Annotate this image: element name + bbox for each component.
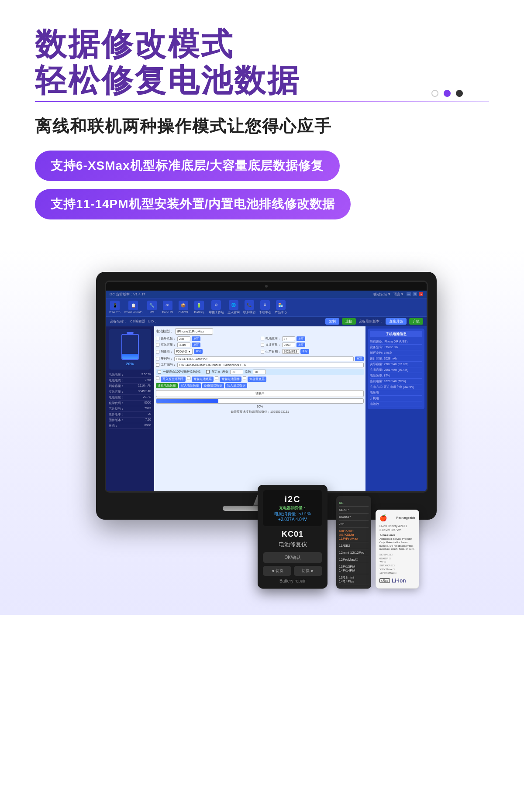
sw-prod-date-value[interactable]: 2021/8/19 xyxy=(282,349,299,354)
sw-one-key-checkbox[interactable] xyxy=(158,370,161,373)
sw-manufacture-checkbox[interactable] xyxy=(156,350,159,353)
kc01-voltage: 电流消费量: 5.01% xyxy=(267,511,318,517)
sw-right-voltage: 电压电 xyxy=(370,390,422,396)
sw-tool-contact-icon: 📞 xyxy=(245,300,254,310)
sw-tool-weld[interactable]: ⚙ 焊接工作站 xyxy=(209,300,224,315)
compat-item-se8p: SE/8P xyxy=(339,507,369,514)
sw-chem-row: 化学代码： 0000 xyxy=(109,401,151,406)
sw-design-checkbox[interactable] xyxy=(261,343,264,346)
sw-serial-checkbox[interactable] xyxy=(156,357,159,360)
sw-actual-cap-label: 实际容量： xyxy=(109,390,124,394)
sw-tool-p14pro[interactable]: 📱 P14 Pro xyxy=(109,301,121,314)
sw-tool-i6s[interactable]: 🔧 i6S xyxy=(146,301,158,314)
kc01-device: i2C 充电器消费量： 电流消费量: 5.01% +2.037A 4.04V K… xyxy=(258,485,328,589)
sw-connect-btn[interactable]: 连接 xyxy=(342,318,356,325)
sw-firmware-checkbox[interactable] xyxy=(215,377,218,380)
sw-backup-floor-btn[interactable]: 备份底层数据 xyxy=(202,383,224,388)
sw-close[interactable]: ✕ xyxy=(419,292,423,296)
apple-logo-icon: 🍎 xyxy=(379,514,387,521)
spec-line1: Rechargeable xyxy=(396,516,415,519)
sw-manufacture-value[interactable]: F5D语音▼ xyxy=(174,349,193,355)
sw-tool-cbox-icon: 📦 xyxy=(179,301,188,310)
sw-prod-date-write[interactable]: 单写 xyxy=(300,349,309,354)
sw-factory-value[interactable]: F8Y94464MJNJM6YJA8565DFFGH565656FGH7 xyxy=(177,363,364,367)
sw-upgrade-btn[interactable]: 直接升级 xyxy=(386,318,407,325)
kc01-button-area: OK/确认 ◄ 切换 切换 ► xyxy=(263,552,322,576)
sw-cycle-write[interactable]: 单写 xyxy=(192,336,200,341)
sw-write-seat-btn[interactable]: 写入座位序列号 xyxy=(161,377,186,382)
sw-tool-download[interactable]: ⬇ 下载中心 xyxy=(259,300,271,315)
sw-write-battery-btn[interactable]: 写入电池数据 xyxy=(179,383,201,388)
sw-cycle-checkbox[interactable] xyxy=(156,337,159,340)
sw-tool-battery-label: Battery xyxy=(194,311,204,314)
sw-cycle-value[interactable]: 288 xyxy=(177,336,190,341)
sw-large-checkbox[interactable] xyxy=(243,377,246,380)
sw-floor-checkbox[interactable] xyxy=(187,377,190,380)
kc01-switch-right[interactable]: 切换 ► xyxy=(294,566,322,576)
sw-tool-faceid[interactable]: 👁 Face ID xyxy=(162,301,174,314)
compat-7p-icon: 7/P □ xyxy=(379,560,415,564)
sw-efficiency-write[interactable]: 单写 xyxy=(296,336,305,341)
sw-efficiency-value[interactable]: 87 xyxy=(282,336,295,341)
sw-model-dropdown[interactable]: iPhone11ProMax xyxy=(175,328,213,335)
sw-tool-download-icon: ⬇ xyxy=(260,300,270,310)
sw-right-efficiency2: 电池效 xyxy=(370,401,422,407)
section-divider xyxy=(35,101,489,102)
sw-large-capacity-btn[interactable]: 大容量底层 xyxy=(248,377,266,382)
sw-times-value[interactable]: 10 xyxy=(253,370,266,374)
compat-item-7p: 7/P xyxy=(339,521,369,528)
sw-write-floor-btn[interactable]: 写入底层数据 xyxy=(225,383,247,388)
sw-custom-checkbox[interactable] xyxy=(206,370,210,373)
sw-minimize[interactable]: — xyxy=(407,292,411,296)
dot-3[interactable] xyxy=(456,90,463,97)
sw-actual-value[interactable]: 3045 xyxy=(177,343,190,347)
sw-version: i2C 当前版本：V1.4.17 xyxy=(110,292,145,297)
sw-repair-floor-btn[interactable]: 修复电池底层 xyxy=(192,377,214,382)
kc01-ok-btn[interactable]: OK/确认 xyxy=(263,552,322,563)
sw-efficiency-checkbox[interactable] xyxy=(261,337,264,340)
sw-design-write[interactable]: 单写 xyxy=(296,343,305,347)
sw-tool-battery[interactable]: 🔋 Battery xyxy=(193,301,205,314)
dot-1[interactable] xyxy=(431,90,438,97)
sw-tool-readios[interactable]: 📋 Read ios info xyxy=(124,301,142,314)
dot-2[interactable] xyxy=(444,90,451,97)
sw-update-btn[interactable]: 升级 xyxy=(409,318,423,325)
battery-compat: SE/8P □□□ 6S/6SP □ 7/P □ S8PX/XR □□ XS/X… xyxy=(379,553,415,575)
sw-device-version-label: 设备最新版本： xyxy=(359,319,383,324)
sw-serial-value[interactable]: F8Y94712CUSM6YP7F xyxy=(174,356,354,361)
sw-tool-products[interactable]: 🏪 产品中心 xyxy=(275,300,287,315)
sw-repair-firmware-btn[interactable]: 修复电池固件 xyxy=(220,377,241,382)
sw-remaining-value: 1116mAh xyxy=(138,384,151,388)
sw-tool-official-label: 进入官网 xyxy=(228,310,240,315)
sw-tool-contact[interactable]: 📞 联系我们 xyxy=(243,300,255,315)
sw-model-select-row: 电池机型： iPhone11ProMax xyxy=(156,328,364,335)
sw-prod-date-checkbox[interactable] xyxy=(261,350,264,353)
compat-xsmax-icon: XS/XSMax □ xyxy=(379,568,415,571)
sw-manufacture-write[interactable]: 单写 xyxy=(194,349,203,354)
sw-factory-checkbox[interactable] xyxy=(156,363,159,367)
sw-tool-products-label: 产品中心 xyxy=(275,310,287,315)
sw-read-battery-btn[interactable]: 读取电池数据 xyxy=(156,383,178,388)
monitor-section: i2C 当前版本：V1.4.17 驱动安装▼ 语言▼ — □ ✕ xyxy=(96,272,428,589)
sw-current-label: 电池电流： xyxy=(109,378,124,383)
kc01-switch-left[interactable]: ◄ 切换 xyxy=(263,566,291,576)
sw-serial-write[interactable]: 单写 xyxy=(355,356,364,361)
sw-design-value[interactable]: 2950 xyxy=(282,343,295,347)
sw-life-value[interactable]: 90 xyxy=(230,370,243,374)
sw-drive-install[interactable]: 驱动安装▼ xyxy=(373,292,391,297)
sw-actual-write[interactable]: 单写 xyxy=(192,343,200,347)
sw-language[interactable]: 语言▼ xyxy=(393,292,404,297)
sw-device-name-label: 设备名称： xyxy=(110,319,127,324)
sw-status-row: 状态： 0080 xyxy=(109,423,151,429)
sw-copy-btn[interactable]: 复制 xyxy=(325,318,339,325)
sw-seat-checkbox[interactable] xyxy=(156,377,159,380)
sw-maximize[interactable]: □ xyxy=(413,292,417,296)
sw-actual-checkbox[interactable] xyxy=(156,343,159,346)
sw-device-name-value: i6S编程器 xyxy=(130,319,145,324)
sw-tool-official[interactable]: 🌐 进入官网 xyxy=(228,300,240,315)
battery-spec: Li-ion Battery A2471 3.85Vm 8.57Wh xyxy=(379,524,415,533)
battery-spec-line2: Li-ion Battery A2471 xyxy=(379,524,415,528)
sw-tool-download-label: 下载中心 xyxy=(259,310,271,315)
sw-tool-cbox[interactable]: 📦 C-BOX xyxy=(177,301,190,314)
battery-percentage: 20% xyxy=(112,362,148,366)
